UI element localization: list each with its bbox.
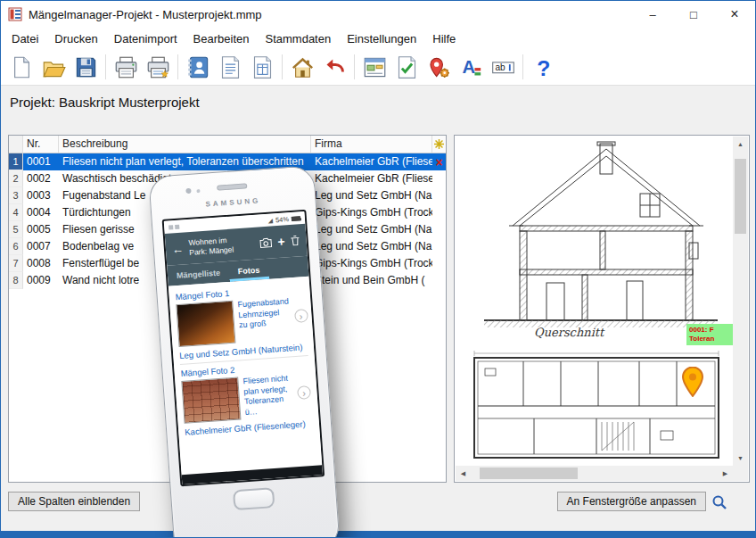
- scroll-down-icon[interactable]: ▼: [733, 451, 748, 466]
- svg-text:ab: ab: [495, 62, 505, 72]
- speaker-slot: [217, 183, 247, 190]
- scroll-right-icon[interactable]: ▶: [718, 466, 733, 481]
- help-icon[interactable]: ?: [527, 51, 559, 83]
- horizontal-scrollbar[interactable]: ◀ ▶: [456, 466, 733, 481]
- font-color-icon[interactable]: A: [455, 51, 487, 83]
- menu-stammdaten[interactable]: Stammdaten: [257, 29, 339, 48]
- column-options-icon[interactable]: [432, 136, 446, 153]
- app-icon: [8, 7, 22, 21]
- table-row[interactable]: 1 0001 Fliesen nicht plan verlegt, Toler…: [9, 153, 446, 170]
- camera-icon: [259, 236, 273, 248]
- menu-hilfe[interactable]: Hilfe: [424, 29, 464, 48]
- zoom-icon[interactable]: [711, 493, 728, 511]
- print-list-icon[interactable]: [142, 51, 174, 83]
- menu-einstellungen[interactable]: Einstellungen: [339, 29, 424, 48]
- column-header-nr[interactable]: Nr.: [23, 136, 59, 153]
- phone-app-title: Wohnen im Park: Mängel: [188, 234, 254, 258]
- svg-text:?: ?: [537, 55, 550, 79]
- defect-marker-tag: 0001: F Toleran: [686, 324, 733, 345]
- report-icon[interactable]: [214, 51, 246, 83]
- cell-firma: Kachelmeier GbR (Fliese: [311, 153, 432, 170]
- photo-thumbnail: [176, 301, 235, 347]
- location-settings-icon[interactable]: [423, 51, 455, 83]
- table-header: Nr. Beschreibung Firma: [9, 136, 446, 153]
- cell-nr: 0002: [23, 170, 59, 187]
- close-button[interactable]: ×: [714, 1, 755, 28]
- row-number: 6: [9, 238, 23, 255]
- photo-caption: Fliesen nicht plan verlegt, Toleranzen ü…: [242, 373, 294, 418]
- smartphone-mockup: SAMSUNG ◢ 54% ← Wohnen im Park: Mängel +: [148, 165, 341, 538]
- menu-datei[interactable]: Datei: [4, 29, 46, 48]
- horizontal-scroll-thumb[interactable]: [480, 468, 578, 479]
- toolbar-separator: [522, 54, 523, 79]
- menu-datenimport[interactable]: Datenimport: [106, 29, 185, 48]
- phone-photo-list: Mängel Foto 1 Fugenabstand Lehmziegel zu…: [168, 277, 322, 476]
- camera-dot-icon: [185, 188, 191, 194]
- column-header-beschreibung[interactable]: Beschreibung: [59, 136, 311, 153]
- minimize-button[interactable]: –: [632, 1, 673, 28]
- text-field-icon[interactable]: ab: [487, 51, 519, 83]
- show-all-columns-button[interactable]: Alle Spalten einblenden: [8, 492, 140, 511]
- maximize-button[interactable]: □: [673, 1, 714, 28]
- window-bottom-border: [1, 531, 755, 537]
- cell-firma: Leg und Setz GmbH (Na: [311, 221, 432, 238]
- window-controls: – □ ×: [632, 1, 755, 28]
- cell-firma: Leg und Setz GmbH (Na: [311, 187, 432, 204]
- sensor-dot-icon: [196, 189, 200, 193]
- vertical-scrollbar[interactable]: ▲ ▼: [733, 137, 748, 466]
- row-number: 1: [9, 153, 23, 170]
- undo-icon[interactable]: [318, 51, 350, 83]
- cell-nr: 0003: [23, 187, 59, 204]
- toolbar-separator: [177, 54, 178, 79]
- titlebar[interactable]: Mängelmanager-Projekt - Musterprojekt.mm…: [1, 1, 755, 28]
- print-icon[interactable]: [110, 51, 142, 83]
- save-icon[interactable]: [70, 51, 102, 83]
- menu-bearbeiten[interactable]: Bearbeiten: [185, 29, 258, 48]
- cell-nr: 0007: [23, 238, 59, 255]
- horizontal-scroll-track[interactable]: [471, 466, 718, 481]
- photo-caption: Fugenabstand Lehmziegel zu groß: [237, 296, 291, 331]
- defect-location-pin[interactable]: [681, 367, 704, 397]
- checklist-icon[interactable]: [390, 51, 423, 83]
- cell-firma: Stein und Bein GmbH (: [311, 272, 432, 289]
- app-window: Mängelmanager-Projekt - Musterprojekt.mm…: [0, 0, 756, 538]
- scrollbar-corner: [733, 466, 748, 481]
- cell-nr: 0004: [23, 204, 59, 221]
- address-book-icon[interactable]: [182, 51, 214, 83]
- phone-screen: ◢ 54% ← Wohnen im Park: Mängel + Mängell…: [162, 210, 325, 487]
- cell-firma: Gips-Kings GmbH (Trock: [311, 204, 432, 221]
- menubar: Datei Drucken Datenimport Bearbeiten Sta…: [1, 28, 755, 49]
- status-left-icons: [168, 224, 179, 229]
- scroll-up-icon[interactable]: ▲: [733, 137, 748, 152]
- battery-percent: 54%: [275, 215, 290, 224]
- chevron-right-icon: ›: [294, 309, 308, 323]
- form-designer-icon[interactable]: [358, 51, 390, 83]
- cell-firma: Kachelmeier GbR (Fliese: [311, 170, 432, 187]
- vertical-scroll-thumb[interactable]: [735, 159, 746, 234]
- home-icon[interactable]: [286, 51, 318, 83]
- row-number: 4: [9, 204, 23, 221]
- delete-row-icon[interactable]: ×: [435, 156, 442, 169]
- back-arrow-icon: ←: [171, 242, 184, 256]
- home-button: [233, 487, 275, 510]
- row-number: 5: [9, 221, 23, 238]
- photo-thumbnail: [181, 377, 241, 424]
- column-header-firma[interactable]: Firma: [311, 136, 432, 153]
- battery-icon: [292, 216, 300, 221]
- new-document-icon[interactable]: [5, 51, 37, 83]
- vertical-scroll-track[interactable]: [733, 152, 748, 451]
- trash-icon: [290, 235, 300, 246]
- toolbar-separator: [354, 54, 355, 79]
- section-label: Querschnitt: [534, 326, 604, 339]
- tag-line2: Toleran: [689, 335, 730, 343]
- fit-to-window-button[interactable]: An Fenstergröße anpassen: [557, 492, 706, 511]
- project-title: Projekt: Bauskript Musterprojekt: [10, 95, 200, 110]
- scroll-left-icon[interactable]: ◀: [456, 466, 471, 481]
- row-number: 8: [9, 272, 23, 289]
- photo-entry-row: Fugenabstand Lehmziegel zu groß ›: [176, 295, 307, 347]
- menu-drucken[interactable]: Drucken: [46, 29, 105, 48]
- open-folder-icon[interactable]: [37, 51, 70, 83]
- toolbar-separator: [282, 54, 283, 79]
- report-columns-icon[interactable]: [246, 51, 278, 83]
- toolbar: A ab ?: [1, 49, 755, 86]
